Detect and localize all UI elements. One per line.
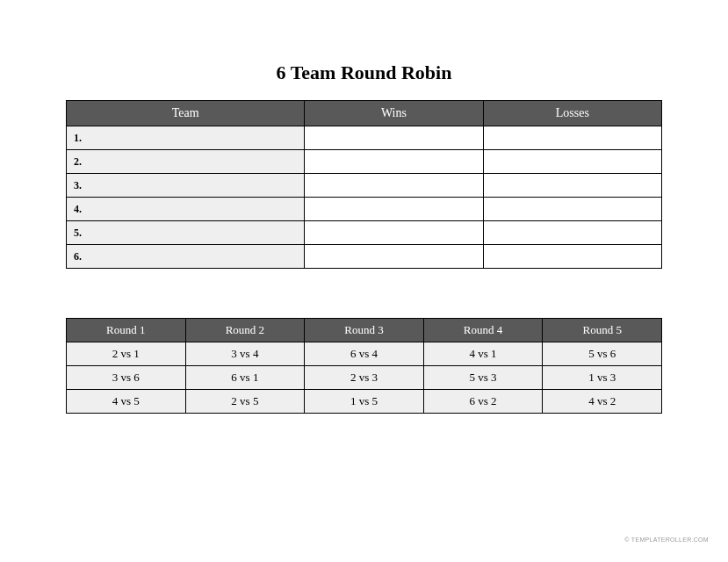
matchup-cell: 3 vs 4: [185, 342, 305, 366]
wins-cell: [305, 126, 483, 150]
team-label: 1.: [67, 126, 305, 150]
matchup-cell: 6 vs 1: [185, 366, 305, 390]
page-title: 6 Team Round Robin: [66, 61, 662, 84]
matchup-cell: 4 vs 5: [67, 390, 186, 414]
standings-header-wins: Wins: [305, 101, 483, 126]
matchup-cell: 6 vs 2: [423, 390, 543, 414]
standings-table: Team Wins Losses 1. 2. 3. 4.: [66, 100, 662, 269]
standings-row: 3.: [67, 174, 662, 198]
losses-cell: [483, 126, 661, 150]
losses-cell: [483, 245, 661, 269]
losses-cell: [483, 150, 661, 174]
team-label: 4.: [67, 198, 305, 221]
matchup-cell: 6 vs 4: [305, 342, 424, 366]
wins-cell: [305, 245, 483, 269]
footer-credit: © TEMPLATEROLLER.COM: [624, 537, 709, 543]
matchup-cell: 5 vs 3: [423, 366, 543, 390]
wins-cell: [305, 174, 483, 198]
matchup-cell: 1 vs 5: [305, 390, 424, 414]
matchup-cell: 2 vs 5: [185, 390, 305, 414]
team-label: 3.: [67, 174, 305, 198]
schedule-header: Round 2: [185, 319, 305, 342]
matchup-cell: 2 vs 1: [67, 342, 186, 366]
standings-row: 5.: [67, 221, 662, 245]
matchup-cell: 4 vs 2: [543, 390, 662, 414]
wins-cell: [305, 221, 483, 245]
standings-header-team: Team: [67, 101, 305, 126]
schedule-table: Round 1 Round 2 Round 3 Round 4 Round 5 …: [66, 318, 662, 414]
schedule-row: 2 vs 1 3 vs 4 6 vs 4 4 vs 1 5 vs 6: [67, 342, 662, 366]
standings-row: 4.: [67, 198, 662, 221]
team-label: 2.: [67, 150, 305, 174]
losses-cell: [483, 198, 661, 221]
standings-header-losses: Losses: [483, 101, 661, 126]
team-label: 6.: [67, 245, 305, 269]
schedule-header: Round 1: [67, 319, 186, 342]
losses-cell: [483, 174, 661, 198]
matchup-cell: 5 vs 6: [543, 342, 662, 366]
matchup-cell: 3 vs 6: [67, 366, 186, 390]
standings-row: 6.: [67, 245, 662, 269]
standings-row: 1.: [67, 126, 662, 150]
schedule-header: Round 4: [423, 319, 543, 342]
schedule-row: 4 vs 5 2 vs 5 1 vs 5 6 vs 2 4 vs 2: [67, 390, 662, 414]
schedule-row: 3 vs 6 6 vs 1 2 vs 3 5 vs 3 1 vs 3: [67, 366, 662, 390]
matchup-cell: 2 vs 3: [305, 366, 424, 390]
schedule-header: Round 3: [305, 319, 424, 342]
matchup-cell: 1 vs 3: [543, 366, 662, 390]
wins-cell: [305, 198, 483, 221]
matchup-cell: 4 vs 1: [423, 342, 543, 366]
schedule-header: Round 5: [543, 319, 662, 342]
wins-cell: [305, 150, 483, 174]
standings-row: 2.: [67, 150, 662, 174]
team-label: 5.: [67, 221, 305, 245]
losses-cell: [483, 221, 661, 245]
